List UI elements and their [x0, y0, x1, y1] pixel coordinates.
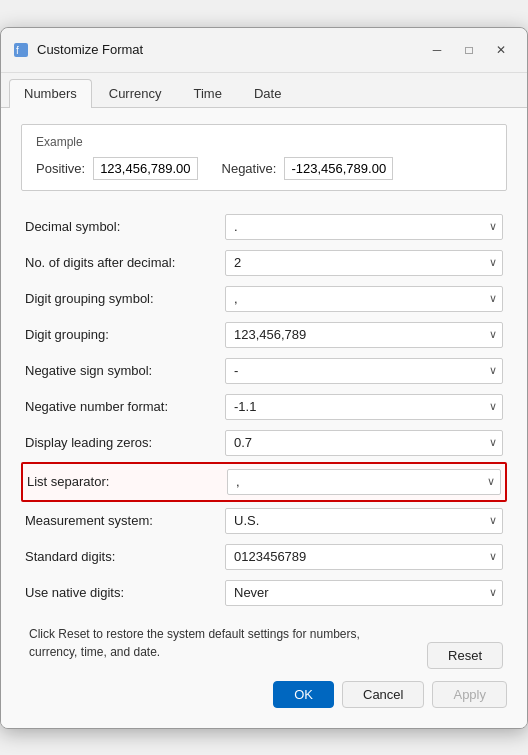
- setting-label-digit-grouping: Digit grouping:: [25, 327, 225, 342]
- tab-bar: Numbers Currency Time Date: [1, 73, 527, 108]
- setting-label-decimal-symbol: Decimal symbol:: [25, 219, 225, 234]
- main-content: Example Positive: 123,456,789.00 Negativ…: [1, 108, 527, 728]
- dropdown-negative-sign-symbol[interactable]: -: [225, 358, 503, 384]
- setting-row-measurement-system: Measurement system:U.S.∨: [21, 503, 507, 539]
- ok-button[interactable]: OK: [273, 681, 334, 708]
- setting-control-digit-grouping-symbol: ,∨: [225, 286, 503, 312]
- window-icon: f: [13, 42, 29, 58]
- apply-button[interactable]: Apply: [432, 681, 507, 708]
- positive-example: Positive: 123,456,789.00: [36, 157, 198, 180]
- settings-grid: Decimal symbol:.∨No. of digits after dec…: [21, 209, 507, 611]
- setting-label-use-native-digits: Use native digits:: [25, 585, 225, 600]
- dropdown-decimal-symbol[interactable]: .: [225, 214, 503, 240]
- setting-control-negative-sign-symbol: -∨: [225, 358, 503, 384]
- setting-row-negative-number-format: Negative number format:-1.1∨: [21, 389, 507, 425]
- setting-control-negative-number-format: -1.1∨: [225, 394, 503, 420]
- tab-currency[interactable]: Currency: [94, 79, 177, 107]
- setting-label-negative-sign-symbol: Negative sign symbol:: [25, 363, 225, 378]
- setting-control-standard-digits: 0123456789∨: [225, 544, 503, 570]
- title-bar-controls: ─ □ ✕: [423, 36, 515, 64]
- tab-time[interactable]: Time: [179, 79, 237, 107]
- tab-numbers[interactable]: Numbers: [9, 79, 92, 108]
- example-box: Example Positive: 123,456,789.00 Negativ…: [21, 124, 507, 191]
- example-row: Positive: 123,456,789.00 Negative: -123,…: [36, 157, 492, 180]
- close-button[interactable]: ✕: [487, 36, 515, 64]
- setting-label-standard-digits: Standard digits:: [25, 549, 225, 564]
- dropdown-digit-grouping[interactable]: 123,456,789: [225, 322, 503, 348]
- customize-format-window: f Customize Format ─ □ ✕ Numbers Currenc…: [0, 27, 528, 729]
- cancel-button[interactable]: Cancel: [342, 681, 424, 708]
- minimize-button[interactable]: ─: [423, 36, 451, 64]
- negative-label: Negative:: [222, 161, 277, 176]
- setting-row-use-native-digits: Use native digits:Never∨: [21, 575, 507, 611]
- setting-row-display-leading-zeros: Display leading zeros:0.7∨: [21, 425, 507, 461]
- setting-control-decimal-symbol: .∨: [225, 214, 503, 240]
- dropdown-list-separator[interactable]: ,: [227, 469, 501, 495]
- dialog-buttons: OK Cancel Apply: [21, 673, 507, 712]
- window-title: Customize Format: [37, 42, 143, 57]
- setting-label-list-separator: List separator:: [27, 474, 227, 489]
- setting-row-digit-grouping-symbol: Digit grouping symbol:,∨: [21, 281, 507, 317]
- setting-control-use-native-digits: Never∨: [225, 580, 503, 606]
- title-bar-left: f Customize Format: [13, 42, 143, 58]
- setting-row-list-separator: List separator:,∨: [21, 462, 507, 502]
- dropdown-standard-digits[interactable]: 0123456789: [225, 544, 503, 570]
- negative-value: -123,456,789.00: [284, 157, 393, 180]
- negative-example: Negative: -123,456,789.00: [222, 157, 394, 180]
- svg-text:f: f: [16, 45, 19, 56]
- dropdown-display-leading-zeros[interactable]: 0.7: [225, 430, 503, 456]
- setting-control-measurement-system: U.S.∨: [225, 508, 503, 534]
- footer-row: Click Reset to restore the system defaul…: [21, 611, 507, 673]
- setting-label-negative-number-format: Negative number format:: [25, 399, 225, 414]
- setting-control-digit-grouping: 123,456,789∨: [225, 322, 503, 348]
- title-bar: f Customize Format ─ □ ✕: [1, 28, 527, 73]
- setting-row-standard-digits: Standard digits:0123456789∨: [21, 539, 507, 575]
- positive-value: 123,456,789.00: [93, 157, 197, 180]
- dropdown-negative-number-format[interactable]: -1.1: [225, 394, 503, 420]
- dropdown-use-native-digits[interactable]: Never: [225, 580, 503, 606]
- dropdown-digit-grouping-symbol[interactable]: ,: [225, 286, 503, 312]
- setting-control-display-leading-zeros: 0.7∨: [225, 430, 503, 456]
- maximize-button[interactable]: □: [455, 36, 483, 64]
- setting-control-digits-after-decimal: 2∨: [225, 250, 503, 276]
- setting-label-digits-after-decimal: No. of digits after decimal:: [25, 255, 225, 270]
- reset-button[interactable]: Reset: [427, 642, 503, 669]
- setting-row-negative-sign-symbol: Negative sign symbol:-∨: [21, 353, 507, 389]
- setting-label-measurement-system: Measurement system:: [25, 513, 225, 528]
- example-title: Example: [36, 135, 492, 149]
- setting-label-digit-grouping-symbol: Digit grouping symbol:: [25, 291, 225, 306]
- footer-note: Click Reset to restore the system defaul…: [25, 615, 365, 669]
- setting-row-digit-grouping: Digit grouping:123,456,789∨: [21, 317, 507, 353]
- setting-row-digits-after-decimal: No. of digits after decimal:2∨: [21, 245, 507, 281]
- setting-label-display-leading-zeros: Display leading zeros:: [25, 435, 225, 450]
- tab-date[interactable]: Date: [239, 79, 296, 107]
- dropdown-measurement-system[interactable]: U.S.: [225, 508, 503, 534]
- setting-row-decimal-symbol: Decimal symbol:.∨: [21, 209, 507, 245]
- dropdown-digits-after-decimal[interactable]: 2: [225, 250, 503, 276]
- setting-control-list-separator: ,∨: [227, 469, 501, 495]
- positive-label: Positive:: [36, 161, 85, 176]
